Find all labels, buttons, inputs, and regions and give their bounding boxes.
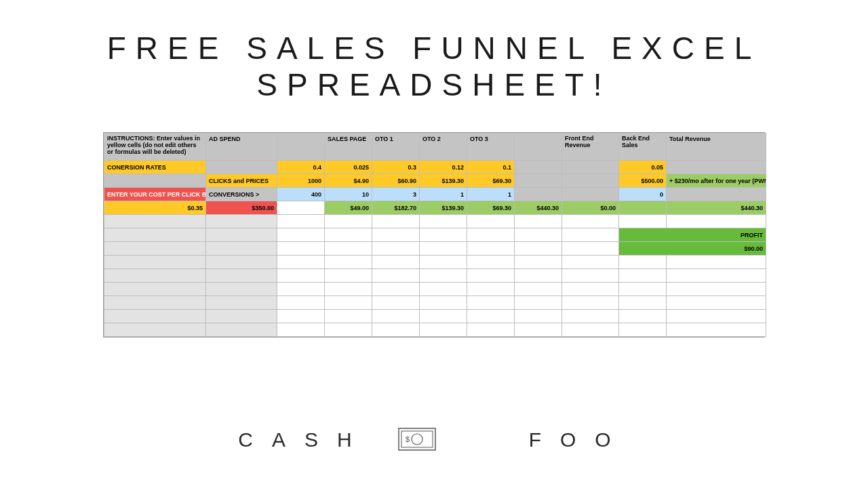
spreadsheet: INSTRUCTIONS: Enter values in yellow cel… xyxy=(103,132,765,338)
conv-rate-cell[interactable]: 0.4 xyxy=(277,161,325,174)
empty-row xyxy=(104,323,766,337)
profit-label-row: PROFIT xyxy=(104,228,766,242)
cost-row: $0.35 $350.00 $49.00 $182.70 $139.30 $69… xyxy=(104,201,766,215)
empty-row xyxy=(104,283,766,296)
instructions-cell: INSTRUCTIONS: Enter values in yellow cel… xyxy=(104,134,206,161)
price-cell[interactable]: $500.00 xyxy=(619,174,667,188)
empty-row xyxy=(104,269,766,283)
conversion-rates-row: CONERSION RATES 0.4 0.025 0.3 0.12 0.1 0… xyxy=(104,161,766,174)
sales-page-header: SALES PAGE xyxy=(325,134,372,161)
header-row: INSTRUCTIONS: Enter values in yellow cel… xyxy=(104,134,766,161)
conv-rate-cell[interactable]: 0.12 xyxy=(420,161,467,174)
frontend-header: Front End Revenue xyxy=(562,134,619,161)
conversion-rates-label: CONERSION RATES xyxy=(104,161,206,174)
rev-cell: $440.30 xyxy=(515,201,562,215)
conversions-label: CONVERSIONS > xyxy=(206,188,277,201)
conversions-cell: 1 xyxy=(467,188,515,201)
pwmb-note: + $230/mo after for one year (PWMB) xyxy=(667,174,766,188)
price-cell[interactable]: $60.90 xyxy=(372,174,420,188)
page-title: FREE SALES FUNNEL EXCEL SPREADSHEET! xyxy=(0,30,868,103)
price-cell[interactable]: $69.30 xyxy=(467,174,515,188)
ad-spend-header: AD SPEND xyxy=(206,134,277,161)
clicks-prices-row: CLICKS and PRICES 1000 $4.90 $60.90 $139… xyxy=(104,174,766,188)
rev-cell: $49.00 xyxy=(325,201,372,215)
blank-header xyxy=(277,134,325,161)
footer-brand: CASH $ FOO xyxy=(0,428,868,455)
cpc-instruction: ENTER YOUR COST PER CLICK BELOW xyxy=(104,188,206,201)
conversions-cell: 3 xyxy=(372,188,420,201)
money-icon: $ xyxy=(398,428,436,455)
rev-cell: $69.30 xyxy=(467,201,515,215)
conversions-cell: 1 xyxy=(420,188,467,201)
blank-header-2 xyxy=(515,134,562,161)
ad-spend-value: $350.00 xyxy=(206,201,277,215)
backend-header: Back End Sales xyxy=(619,134,667,161)
rev-cell: $139.30 xyxy=(420,201,467,215)
empty-row xyxy=(104,310,766,323)
rev-cell: $0.00 xyxy=(562,201,619,215)
footer-right: FOO xyxy=(529,428,630,451)
conv-rate-cell[interactable]: 0.3 xyxy=(372,161,420,174)
empty-row xyxy=(104,296,766,310)
footer-left: CASH xyxy=(238,428,370,451)
profit-label: PROFIT xyxy=(619,228,766,242)
conv-rate-cell[interactable]: 0.025 xyxy=(325,161,372,174)
conversions-row: ENTER YOUR COST PER CLICK BELOW CONVERSI… xyxy=(104,188,766,201)
rev-cell: $182.70 xyxy=(372,201,420,215)
empty-row xyxy=(104,256,766,269)
totalrev-header: Total Revenue xyxy=(667,134,766,161)
svg-text:$: $ xyxy=(406,435,429,443)
conversions-cell: 400 xyxy=(277,188,325,201)
oto2-header: OTO 2 xyxy=(420,134,467,161)
clicks-cell[interactable]: 1000 xyxy=(277,174,325,188)
total-rev-cell: $440.30 xyxy=(667,201,766,215)
conv-rate-cell[interactable]: 0.05 xyxy=(619,161,667,174)
conversions-cell: 10 xyxy=(325,188,372,201)
oto1-header: OTO 1 xyxy=(372,134,420,161)
conversions-cell: 0 xyxy=(619,188,667,201)
profit-value-row: $90.00 xyxy=(104,242,766,256)
price-cell[interactable]: $4.90 xyxy=(325,174,372,188)
conv-rate-cell[interactable]: 0.1 xyxy=(467,161,515,174)
sheet-table: INSTRUCTIONS: Enter values in yellow cel… xyxy=(104,133,766,337)
empty-row xyxy=(104,215,766,228)
profit-value: $90.00 xyxy=(619,242,766,256)
price-cell[interactable]: $139.30 xyxy=(420,174,467,188)
clicks-prices-label: CLICKS and PRICES xyxy=(206,174,277,188)
oto3-header: OTO 3 xyxy=(467,134,515,161)
cpc-input[interactable]: $0.35 xyxy=(104,201,206,215)
